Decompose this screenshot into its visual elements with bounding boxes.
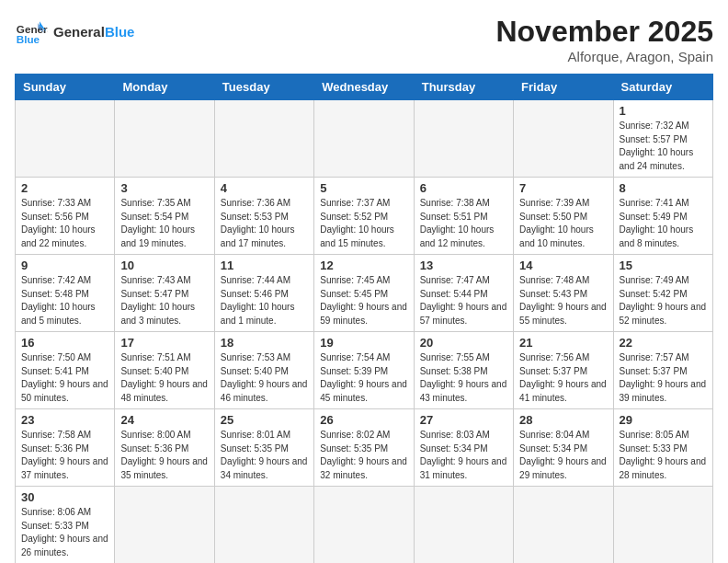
day-number: 16 bbox=[21, 336, 108, 350]
day-number: 8 bbox=[620, 181, 707, 195]
day-number: 2 bbox=[21, 181, 108, 195]
calendar-cell: 11Sunrise: 7:44 AM Sunset: 5:46 PM Dayli… bbox=[214, 255, 313, 332]
calendar-cell bbox=[314, 487, 414, 564]
day-info: Sunrise: 7:56 AM Sunset: 5:37 PM Dayligh… bbox=[519, 351, 607, 405]
day-info: Sunrise: 7:33 AM Sunset: 5:56 PM Dayligh… bbox=[21, 197, 108, 250]
day-info: Sunrise: 7:57 AM Sunset: 5:37 PM Dayligh… bbox=[620, 351, 707, 405]
day-number: 9 bbox=[21, 259, 108, 272]
calendar-cell: 30Sunrise: 8:06 AM Sunset: 5:33 PM Dayli… bbox=[16, 487, 115, 564]
day-number: 4 bbox=[221, 181, 308, 195]
location-title: Alforque, Aragon, Spain bbox=[495, 49, 713, 64]
day-info: Sunrise: 7:53 AM Sunset: 5:40 PM Dayligh… bbox=[221, 351, 308, 405]
logo-icon: General Blue bbox=[15, 15, 48, 48]
month-title: November 2025 bbox=[495, 15, 713, 49]
calendar-week-row: 1Sunrise: 7:32 AM Sunset: 5:57 PM Daylig… bbox=[16, 100, 713, 178]
logo: General Blue GeneralBlue bbox=[15, 15, 134, 48]
calendar-cell: 26Sunrise: 8:02 AM Sunset: 5:35 PM Dayli… bbox=[314, 409, 414, 487]
calendar-cell: 14Sunrise: 7:48 AM Sunset: 5:43 PM Dayli… bbox=[514, 255, 613, 332]
day-info: Sunrise: 7:36 AM Sunset: 5:53 PM Dayligh… bbox=[221, 197, 308, 250]
calendar-cell: 16Sunrise: 7:50 AM Sunset: 5:41 PM Dayli… bbox=[16, 332, 115, 409]
calendar-cell: 24Sunrise: 8:00 AM Sunset: 5:36 PM Dayli… bbox=[115, 409, 214, 487]
calendar-cell: 19Sunrise: 7:54 AM Sunset: 5:39 PM Dayli… bbox=[314, 332, 414, 409]
day-header-row: SundayMondayTuesdayWednesdayThursdayFrid… bbox=[16, 75, 713, 100]
calendar-week-row: 2Sunrise: 7:33 AM Sunset: 5:56 PM Daylig… bbox=[16, 178, 713, 255]
calendar-cell bbox=[613, 487, 712, 564]
day-info: Sunrise: 8:01 AM Sunset: 5:35 PM Dayligh… bbox=[221, 429, 308, 482]
calendar-cell: 5Sunrise: 7:37 AM Sunset: 5:52 PM Daylig… bbox=[314, 178, 414, 255]
calendar-cell: 23Sunrise: 7:58 AM Sunset: 5:36 PM Dayli… bbox=[16, 409, 115, 487]
calendar-cell: 2Sunrise: 7:33 AM Sunset: 5:56 PM Daylig… bbox=[16, 178, 115, 255]
calendar-cell bbox=[314, 100, 414, 178]
day-number: 23 bbox=[21, 413, 108, 427]
calendar-cell: 18Sunrise: 7:53 AM Sunset: 5:40 PM Dayli… bbox=[214, 332, 313, 409]
day-info: Sunrise: 7:41 AM Sunset: 5:49 PM Dayligh… bbox=[620, 197, 707, 250]
day-info: Sunrise: 7:47 AM Sunset: 5:44 PM Dayligh… bbox=[420, 274, 507, 327]
day-number: 25 bbox=[221, 413, 308, 427]
day-number: 24 bbox=[120, 413, 208, 427]
day-of-week-header: Monday bbox=[115, 75, 214, 100]
calendar-week-row: 23Sunrise: 7:58 AM Sunset: 5:36 PM Dayli… bbox=[16, 409, 713, 487]
day-of-week-header: Thursday bbox=[414, 75, 513, 100]
day-number: 21 bbox=[519, 336, 607, 350]
calendar-cell bbox=[414, 100, 513, 178]
calendar-cell: 7Sunrise: 7:39 AM Sunset: 5:50 PM Daylig… bbox=[514, 178, 613, 255]
day-of-week-header: Tuesday bbox=[214, 75, 313, 100]
day-of-week-header: Friday bbox=[514, 75, 613, 100]
day-info: Sunrise: 7:49 AM Sunset: 5:42 PM Dayligh… bbox=[620, 274, 707, 327]
svg-text:Blue: Blue bbox=[17, 33, 40, 45]
day-number: 3 bbox=[120, 181, 208, 195]
calendar-week-row: 16Sunrise: 7:50 AM Sunset: 5:41 PM Dayli… bbox=[16, 332, 713, 409]
day-info: Sunrise: 7:50 AM Sunset: 5:41 PM Dayligh… bbox=[21, 351, 108, 405]
day-info: Sunrise: 7:32 AM Sunset: 5:57 PM Dayligh… bbox=[620, 120, 707, 173]
calendar-cell: 20Sunrise: 7:55 AM Sunset: 5:38 PM Dayli… bbox=[414, 332, 513, 409]
day-number: 1 bbox=[620, 104, 707, 118]
day-number: 20 bbox=[420, 336, 507, 350]
day-number: 26 bbox=[320, 413, 407, 427]
day-info: Sunrise: 8:05 AM Sunset: 5:33 PM Dayligh… bbox=[620, 429, 707, 482]
day-number: 17 bbox=[120, 336, 208, 350]
calendar-cell bbox=[214, 487, 313, 564]
day-info: Sunrise: 7:43 AM Sunset: 5:47 PM Dayligh… bbox=[120, 274, 208, 327]
calendar-cell: 17Sunrise: 7:51 AM Sunset: 5:40 PM Dayli… bbox=[115, 332, 214, 409]
day-number: 12 bbox=[320, 259, 407, 272]
calendar-cell: 13Sunrise: 7:47 AM Sunset: 5:44 PM Dayli… bbox=[414, 255, 513, 332]
calendar-cell: 25Sunrise: 8:01 AM Sunset: 5:35 PM Dayli… bbox=[214, 409, 313, 487]
calendar-cell bbox=[514, 487, 613, 564]
logo-text: GeneralBlue bbox=[53, 24, 134, 40]
calendar-week-row: 9Sunrise: 7:42 AM Sunset: 5:48 PM Daylig… bbox=[16, 255, 713, 332]
calendar-cell bbox=[214, 100, 313, 178]
day-info: Sunrise: 7:54 AM Sunset: 5:39 PM Dayligh… bbox=[320, 351, 407, 405]
day-info: Sunrise: 7:37 AM Sunset: 5:52 PM Dayligh… bbox=[320, 197, 407, 250]
day-info: Sunrise: 8:00 AM Sunset: 5:36 PM Dayligh… bbox=[120, 429, 208, 482]
day-info: Sunrise: 8:06 AM Sunset: 5:33 PM Dayligh… bbox=[21, 506, 108, 559]
day-info: Sunrise: 7:44 AM Sunset: 5:46 PM Dayligh… bbox=[221, 274, 308, 327]
day-number: 28 bbox=[519, 413, 607, 427]
calendar-cell: 3Sunrise: 7:35 AM Sunset: 5:54 PM Daylig… bbox=[115, 178, 214, 255]
title-area: November 2025 Alforque, Aragon, Spain bbox=[495, 15, 713, 64]
day-number: 13 bbox=[420, 259, 507, 272]
day-number: 11 bbox=[221, 259, 308, 272]
day-info: Sunrise: 8:03 AM Sunset: 5:34 PM Dayligh… bbox=[420, 429, 507, 482]
day-of-week-header: Saturday bbox=[613, 75, 712, 100]
calendar-cell: 21Sunrise: 7:56 AM Sunset: 5:37 PM Dayli… bbox=[514, 332, 613, 409]
day-number: 19 bbox=[320, 336, 407, 350]
day-info: Sunrise: 7:35 AM Sunset: 5:54 PM Dayligh… bbox=[120, 197, 208, 250]
day-number: 27 bbox=[420, 413, 507, 427]
calendar-cell: 4Sunrise: 7:36 AM Sunset: 5:53 PM Daylig… bbox=[214, 178, 313, 255]
day-info: Sunrise: 7:55 AM Sunset: 5:38 PM Dayligh… bbox=[420, 351, 507, 405]
day-number: 10 bbox=[120, 259, 208, 272]
calendar-cell bbox=[115, 487, 214, 564]
calendar: SundayMondayTuesdayWednesdayThursdayFrid… bbox=[15, 74, 713, 563]
calendar-cell: 6Sunrise: 7:38 AM Sunset: 5:51 PM Daylig… bbox=[414, 178, 513, 255]
day-number: 14 bbox=[519, 259, 607, 272]
day-info: Sunrise: 7:38 AM Sunset: 5:51 PM Dayligh… bbox=[420, 197, 507, 250]
day-number: 15 bbox=[620, 259, 707, 272]
day-of-week-header: Wednesday bbox=[314, 75, 414, 100]
calendar-cell: 1Sunrise: 7:32 AM Sunset: 5:57 PM Daylig… bbox=[613, 100, 712, 178]
day-number: 30 bbox=[21, 490, 108, 504]
day-number: 7 bbox=[519, 181, 607, 195]
day-number: 18 bbox=[221, 336, 308, 350]
calendar-cell bbox=[514, 100, 613, 178]
day-info: Sunrise: 7:58 AM Sunset: 5:36 PM Dayligh… bbox=[21, 429, 108, 482]
day-number: 5 bbox=[320, 181, 407, 195]
